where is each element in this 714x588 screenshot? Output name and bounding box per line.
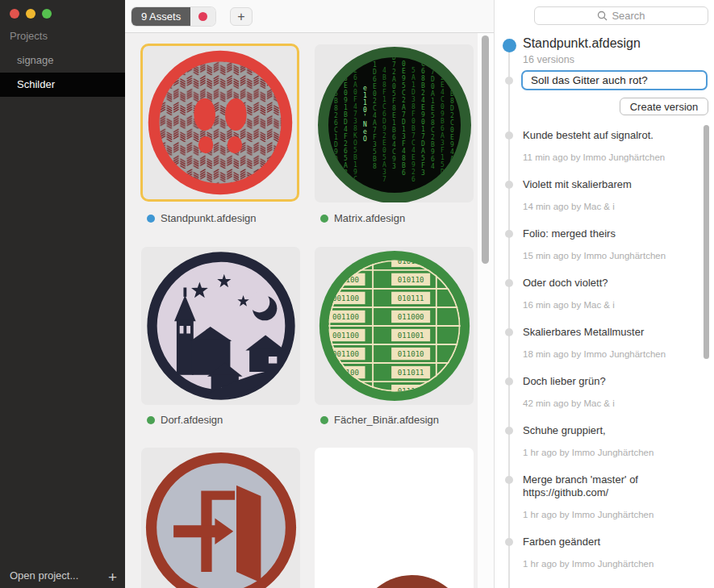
asset-card-exit[interactable] bbox=[141, 448, 300, 588]
timeline-dot bbox=[505, 538, 513, 546]
version-item[interactable]: Merge branch 'master' of https://github.… bbox=[523, 473, 680, 520]
version-item[interactable]: Violett mit skalierbarem 14 min ago by M… bbox=[523, 178, 680, 212]
version-item[interactable]: Skalierbares Metallmuster 18 min ago by … bbox=[523, 326, 680, 360]
version-item[interactable]: Doch lieber grün? 42 min ago by Mac & i bbox=[523, 375, 680, 409]
timeline-dot bbox=[505, 131, 513, 140]
commit-message-input[interactable] bbox=[521, 70, 708, 90]
file-status-icon bbox=[503, 39, 516, 52]
asset-label-dorf: Dorf.afdesign bbox=[147, 414, 223, 426]
version-title: Kunde besteht auf signalrot. bbox=[523, 129, 680, 142]
asset-scrollbar-thumb[interactable] bbox=[482, 35, 489, 264]
svg-text:001100: 001100 bbox=[332, 332, 359, 340]
asset-name: Standpunkt.afdesign bbox=[161, 212, 257, 224]
asset-scrollbar-track bbox=[478, 33, 494, 588]
version-title: Skalierbares Metallmuster bbox=[523, 326, 680, 339]
version-item[interactable]: Farben geändert 1 hr ago by Immo Junghär… bbox=[523, 536, 680, 569]
version-title: Oder doch violett? bbox=[523, 277, 680, 290]
version-meta: 18 min ago by Immo Junghärtchen bbox=[523, 349, 680, 360]
binary-sign-art: 0011000101010011000101100011000101110011… bbox=[317, 248, 472, 403]
asset-label-standpunkt: Standpunkt.afdesign bbox=[147, 212, 257, 224]
asset-status-icon bbox=[320, 215, 328, 223]
asset-status-icon bbox=[147, 215, 155, 223]
file-title: Standpunkt.afdesign bbox=[523, 36, 641, 51]
asset-filter-button[interactable] bbox=[190, 7, 215, 26]
timeline-dot bbox=[505, 279, 513, 287]
version-meta: 16 min ago by Mac & i bbox=[523, 300, 680, 311]
svg-text:010110: 010110 bbox=[397, 276, 424, 284]
svg-text:001100: 001100 bbox=[332, 294, 359, 302]
sidebar-item-label: signage bbox=[17, 54, 54, 66]
version-item[interactable]: Folio: merged theirs 15 min ago by Immo … bbox=[523, 227, 680, 261]
asset-name: Fächer_Binär.afdesign bbox=[334, 414, 439, 426]
asset-label-binaer: Fächer_Binär.afdesign bbox=[320, 414, 439, 426]
version-meta: 42 min ago by Mac & i bbox=[523, 398, 680, 409]
add-asset-button[interactable]: + bbox=[230, 7, 253, 26]
asset-card-standpunkt[interactable] bbox=[140, 44, 299, 202]
svg-text:011011: 011011 bbox=[397, 369, 424, 377]
zoom-icon[interactable] bbox=[42, 9, 52, 19]
version-panel: Search Standpunkt.afdesign 16 versions C… bbox=[495, 0, 714, 588]
asset-card-binaer[interactable]: 0011000101010011000101100011000101110011… bbox=[315, 247, 474, 405]
search-icon bbox=[597, 10, 608, 21]
app-window: Projects signage Schilder Open project..… bbox=[0, 0, 714, 588]
timeline-dot bbox=[505, 77, 513, 85]
svg-text:011010: 011010 bbox=[397, 350, 424, 358]
timeline-line bbox=[508, 45, 510, 588]
version-meta: 14 min ago by Mac & i bbox=[523, 202, 680, 212]
timeline-dot bbox=[505, 427, 513, 435]
sidebar-footer: Open project... + bbox=[0, 562, 125, 588]
timeline-dot bbox=[505, 230, 513, 238]
timeline-dot bbox=[505, 181, 513, 189]
svg-text:001100: 001100 bbox=[332, 313, 359, 321]
asset-card-matrix[interactable]: F04A75B826C1D90E7C3E091BD4F265A826A0F473… bbox=[315, 44, 474, 202]
sidebar-item-signage[interactable]: signage bbox=[0, 50, 125, 71]
asset-name: Matrix.afdesign bbox=[334, 212, 405, 224]
version-item[interactable]: Schuhe gruppiert, 1 hr ago by Immo Jungh… bbox=[523, 424, 680, 458]
version-meta: 1 hr ago by Immo Junghärtchen bbox=[523, 559, 680, 569]
version-title: Schuhe gruppiert, bbox=[523, 424, 680, 437]
version-title: Merge branch 'master' of https://github.… bbox=[523, 473, 680, 499]
asset-label-matrix: Matrix.afdesign bbox=[320, 212, 405, 224]
asset-card-blank[interactable] bbox=[315, 448, 474, 588]
sidebar-item-label: Schilder bbox=[17, 78, 55, 90]
assets-count-button[interactable]: 9 Assets bbox=[132, 7, 190, 26]
add-project-plus-icon[interactable]: + bbox=[108, 569, 117, 585]
minimize-icon[interactable] bbox=[26, 9, 35, 19]
window-controls bbox=[10, 9, 52, 19]
search-input[interactable]: Search bbox=[534, 6, 708, 25]
asset-panel: 9 Assets + bbox=[125, 0, 494, 588]
plus-icon: + bbox=[237, 10, 244, 24]
matrix-sign-art: F04A75B826C1D90E7C3E091BD4F265A826A0F473… bbox=[318, 47, 471, 202]
version-meta: 15 min ago by Immo Junghärtchen bbox=[523, 251, 680, 261]
version-scrollbar-thumb[interactable] bbox=[704, 125, 709, 359]
svg-text:011001: 011001 bbox=[397, 332, 424, 340]
sidebar: Projects signage Schilder Open project..… bbox=[0, 0, 125, 588]
version-meta: 1 hr ago by Immo Junghärtchen bbox=[523, 510, 680, 520]
exit-sign-art bbox=[144, 451, 298, 588]
timeline-dot bbox=[505, 328, 513, 336]
version-item[interactable]: Oder doch violett? 16 min ago by Mac & i bbox=[523, 277, 680, 311]
svg-text:011000: 011000 bbox=[397, 313, 424, 321]
timeline-dot bbox=[505, 476, 513, 484]
open-project-button[interactable]: Open project... bbox=[10, 569, 78, 582]
asset-card-dorf[interactable] bbox=[141, 247, 300, 405]
version-title: Doch lieber grün? bbox=[523, 375, 680, 388]
assets-segmented-control: 9 Assets bbox=[132, 7, 215, 26]
version-item[interactable]: Kunde besteht auf signalrot. 11 min ago … bbox=[523, 129, 680, 163]
asset-status-icon bbox=[147, 416, 155, 424]
version-meta: 11 min ago by Immo Junghärtchen bbox=[523, 152, 680, 163]
asset-name: Dorf.afdesign bbox=[161, 414, 223, 426]
search-placeholder: Search bbox=[612, 10, 645, 22]
close-icon[interactable] bbox=[10, 9, 19, 19]
projects-section-label: Projects bbox=[10, 30, 48, 42]
timeline-dot bbox=[505, 377, 513, 386]
version-title: Violett mit skalierbarem bbox=[523, 178, 680, 191]
svg-text:010111: 010111 bbox=[397, 294, 424, 302]
file-version-count: 16 versions bbox=[523, 54, 574, 65]
red-circle-art bbox=[357, 575, 468, 588]
sidebar-item-schilder[interactable]: Schilder bbox=[0, 73, 125, 97]
create-version-button[interactable]: Create version bbox=[620, 98, 708, 115]
red-dot-icon bbox=[198, 12, 207, 21]
version-title: Folio: merged theirs bbox=[523, 227, 680, 240]
version-list: Kunde besteht auf signalrot. 11 min ago … bbox=[523, 129, 680, 585]
